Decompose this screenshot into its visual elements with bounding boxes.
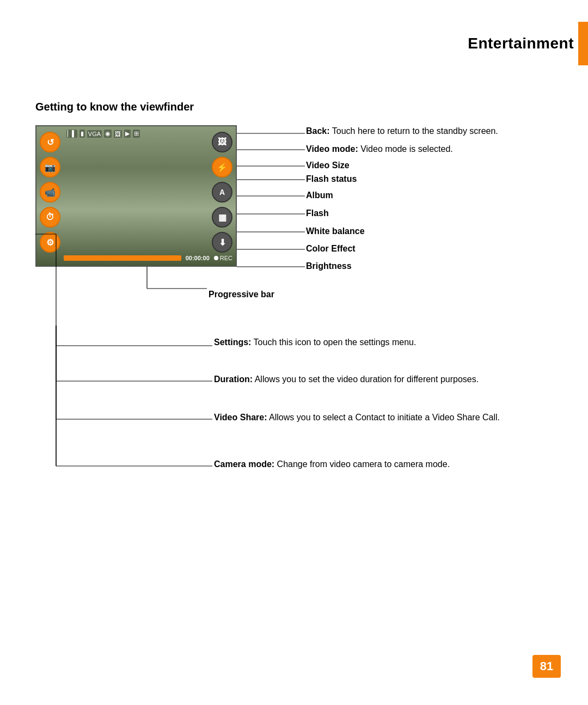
vga-icon: VGA (87, 130, 102, 138)
settings-label-text: Touch this icon to open the settings men… (251, 338, 416, 347)
white-balance-label-bold: White balance (306, 226, 365, 236)
album-button[interactable]: 🖼 (212, 132, 232, 152)
video-share-label-bold: Video Share: (214, 413, 267, 422)
brightness-button[interactable]: ⬇ (212, 232, 232, 253)
color-effect-annotation: Color Effect (306, 244, 356, 254)
settings-label-bold: Settings: (214, 338, 251, 347)
bottom-controls: 00:00:00 REC (64, 255, 232, 261)
progressive-bar-label-bold: Progressive bar (209, 290, 274, 299)
camera-mode-annotation: Camera mode: Change from video camera to… (214, 459, 450, 469)
section-title: Getting to know the viewfinder (35, 101, 194, 113)
progressive-bar-annotation: Progressive bar (209, 290, 274, 299)
photo-icon: 🖼 (114, 130, 122, 138)
camera-switch-button[interactable]: 📷 (40, 157, 60, 177)
settings-button[interactable]: ⚙ (40, 232, 60, 253)
time-display: 00:00:00 (186, 255, 210, 261)
progressive-bar (64, 255, 181, 261)
flash-annotation: Flash (306, 209, 329, 218)
viewfinder: ▏▌ ▮ VGA ◉ 🖼 ▶ ⊞ ↺ 📷 📹 ⏱ ⚙ 🖼 ⚡ A ▦ ⬇ 00 (35, 125, 237, 267)
video-share-annotation: Video Share: Allows you to select a Cont… (214, 413, 500, 422)
flash-button[interactable]: ⚡ (212, 157, 232, 177)
status-bar: ▏▌ ▮ VGA ◉ 🖼 ▶ ⊞ (66, 130, 209, 138)
video-mode-button[interactable]: 📹 (40, 182, 60, 203)
duration-label-text: Allows you to set the video duration for… (253, 375, 479, 384)
color-effect-label-bold: Color Effect (306, 244, 356, 253)
rec-label: REC (220, 255, 232, 261)
speaker-icon: ▶ (124, 130, 131, 138)
right-controls: 🖼 ⚡ A ▦ ⬇ (212, 132, 232, 253)
page-number: 81 (532, 655, 561, 678)
flash-status-label-bold: Flash status (306, 174, 357, 183)
video-mode-annotation: Video mode: Video mode is selected. (306, 144, 453, 154)
grid-icon: ⊞ (133, 130, 140, 138)
flash-label-bold: Flash (306, 209, 329, 218)
duration-annotation: Duration: Allows you to set the video du… (214, 375, 479, 384)
white-balance-annotation: White balance (306, 226, 365, 236)
camera-background: ▏▌ ▮ VGA ◉ 🖼 ▶ ⊞ ↺ 📷 📹 ⏱ ⚙ 🖼 ⚡ A ▦ ⬇ 00 (36, 126, 236, 266)
brightness-annotation: Brightness (306, 261, 352, 271)
white-balance-button[interactable]: A (212, 182, 232, 203)
back-annotation: Back: Touch here to return to the standb… (306, 126, 498, 136)
video-mode-label-text: Video mode is selected. (358, 144, 453, 154)
timer-button[interactable]: ⏱ (40, 207, 60, 228)
left-controls: ↺ 📷 📹 ⏱ ⚙ (40, 132, 60, 253)
header-accent-bar (578, 22, 588, 65)
circle-icon: ◉ (104, 130, 112, 138)
duration-label-bold: Duration: (214, 375, 253, 384)
album-annotation: Album (306, 191, 333, 200)
back-label-bold: Back: (306, 126, 330, 136)
page-header: Entertainment (468, 22, 588, 65)
signal-icon: ▏▌ (66, 130, 77, 138)
video-size-annotation: Video Size (306, 161, 350, 170)
page-title: Entertainment (468, 35, 574, 52)
rec-indicator: REC (214, 255, 232, 261)
camera-mode-label-text: Change from video camera to camera mode. (274, 459, 450, 469)
album-label-bold: Album (306, 191, 333, 200)
video-mode-label-bold: Video mode: (306, 144, 358, 154)
brightness-label-bold: Brightness (306, 261, 352, 271)
back-label-text: Touch here to return to the standby scre… (330, 126, 498, 136)
color-effect-button[interactable]: ▦ (212, 207, 232, 228)
flash-status-annotation: Flash status (306, 174, 357, 184)
video-size-label-bold: Video Size (306, 161, 350, 170)
settings-annotation: Settings: Touch this icon to open the se… (214, 338, 416, 347)
back-button[interactable]: ↺ (40, 132, 60, 152)
battery-icon: ▮ (79, 130, 85, 138)
video-share-label-text: Allows you to select a Contact to initia… (267, 413, 500, 422)
camera-mode-label-bold: Camera mode: (214, 459, 274, 469)
rec-dot (214, 256, 218, 260)
